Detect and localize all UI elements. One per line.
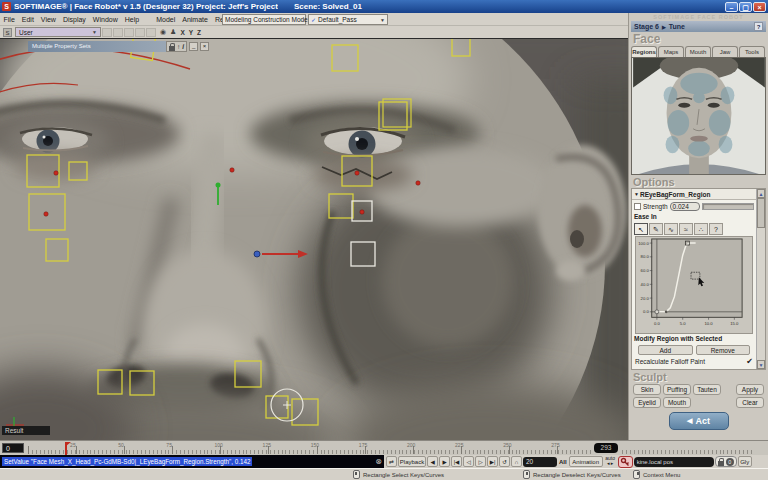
command-close-icon[interactable]: ⊗ — [375, 457, 382, 466]
lock-icon[interactable] — [169, 46, 175, 51]
curve-plot-area[interactable] — [652, 239, 742, 317]
strength-value-field[interactable]: 0.024 — [670, 202, 700, 211]
scroll-up-button[interactable]: ▲ — [757, 189, 765, 198]
minimize-button[interactable]: – — [725, 2, 738, 12]
first-frame-button[interactable]: |◀ — [451, 456, 462, 467]
key-point[interactable] — [360, 210, 364, 214]
ease-curve-editor[interactable]: 100.080.060.040.020.00.00.05.010.015.0 — [635, 236, 753, 334]
sculpt-eyelid-button[interactable]: Eyelid — [633, 397, 661, 408]
marked-parameter-field[interactable]: kine.local pos — [634, 457, 714, 467]
menu-file[interactable]: File — [0, 16, 18, 23]
tab-regions[interactable]: Regions — [631, 46, 657, 57]
profile-dropdown[interactable]: User ▼ — [15, 27, 101, 37]
toolbar-segment-button[interactable] — [124, 28, 134, 37]
next-key-button[interactable]: ▸ — [611, 460, 614, 466]
pin-icon[interactable]: ↑ — [177, 42, 180, 51]
all-label: All — [558, 459, 568, 465]
viewport-3d[interactable]: Multiple Property Sets ↑ i _ × Result — [0, 38, 628, 440]
axis-x-button[interactable]: X — [180, 29, 184, 36]
menu-window[interactable]: Window — [89, 16, 121, 23]
menu-edit[interactable]: Edit — [18, 16, 37, 23]
lock-icon[interactable] — [718, 461, 724, 466]
key-counter[interactable]: 0 — [726, 458, 734, 466]
construction-mode-dropdown[interactable]: Modeling Construction Mode ▼ — [222, 14, 306, 25]
render-pass-dropdown[interactable]: ✓ Default_Pass ▼ — [308, 14, 388, 25]
key-point[interactable] — [54, 171, 58, 175]
playback-menu-button[interactable]: Playback — [398, 456, 426, 467]
timeline-ruler[interactable]: 255075100125150175200225250275 — [28, 442, 592, 455]
tab-mouth[interactable]: Mouth — [685, 46, 711, 57]
recalculate-check-icon[interactable]: ✔ — [746, 357, 753, 367]
audio-button[interactable]: ∩ — [511, 456, 522, 467]
play-forward-button[interactable]: ▷ — [475, 456, 486, 467]
menu-view[interactable]: View — [37, 16, 59, 23]
maximize-button[interactable]: ▢ — [739, 2, 752, 12]
snap-keys-icon[interactable]: ∴ — [694, 223, 708, 235]
property-window-close-button[interactable]: × — [200, 42, 209, 51]
animation-menu-button[interactable]: Animation — [569, 456, 603, 467]
step-back-button[interactable]: ◀ — [427, 456, 438, 467]
manipulator-origin[interactable] — [254, 251, 260, 257]
strength-checkbox[interactable] — [634, 203, 641, 210]
apply-button[interactable]: Apply — [736, 384, 764, 395]
scroll-down-button[interactable]: ▼ — [757, 360, 765, 369]
tab-jaw[interactable]: Jaw — [712, 46, 738, 57]
axis-y-button[interactable]: Y — [189, 29, 193, 36]
menu-model[interactable]: Model — [153, 16, 179, 23]
prev-key-button[interactable]: ◂ — [607, 460, 610, 466]
property-window-minimize-button[interactable]: _ — [189, 42, 198, 51]
toolbar-segment-button[interactable] — [146, 28, 156, 37]
options-scrollbar[interactable]: ▲ ▼ — [756, 189, 765, 369]
start-frame-field[interactable]: 0 — [2, 443, 24, 453]
add-button[interactable]: Add — [638, 345, 693, 355]
help-button[interactable]: ? — [754, 22, 763, 31]
view-icon[interactable]: ◉ — [160, 28, 166, 36]
person-icon[interactable]: ♟ — [170, 28, 176, 36]
key-point[interactable] — [355, 171, 359, 175]
menu-animate[interactable]: Animate — [179, 16, 212, 23]
curve-key[interactable] — [655, 310, 659, 314]
curve-key[interactable] — [665, 310, 668, 313]
loop-mode-button[interactable]: ⇄ — [386, 456, 397, 467]
key-point[interactable] — [230, 168, 234, 172]
sculpt-puffing-button[interactable]: Puffing — [663, 384, 691, 395]
scroll-thumb[interactable] — [757, 198, 765, 228]
sculpt-skin-button[interactable]: Skin — [633, 384, 661, 395]
loop-toggle-button[interactable]: ↺ — [499, 456, 510, 467]
key-point[interactable] — [44, 212, 48, 216]
play-backward-button[interactable]: ◁ — [463, 456, 474, 467]
strength-slider[interactable] — [702, 203, 754, 210]
key-point[interactable] — [416, 181, 420, 185]
select-keys-icon[interactable]: ↖ — [634, 223, 648, 235]
close-button[interactable]: × — [753, 2, 766, 12]
toolbar-segment-button[interactable] — [135, 28, 145, 37]
gly-button[interactable]: Gly — [738, 456, 752, 467]
step-forward-button[interactable]: ▶ — [439, 456, 450, 467]
property-window-titlebar[interactable]: Multiple Property Sets ↑ i _ × — [28, 41, 209, 52]
end-frame-field[interactable]: 293 — [594, 443, 618, 453]
add-key-icon[interactable]: ✎ — [649, 223, 663, 235]
region-header[interactable]: ▼ REyeBagForm_Region — [632, 189, 756, 200]
set-key-button[interactable] — [618, 456, 633, 468]
draw-curve-icon[interactable]: ∿ — [664, 223, 678, 235]
clear-button[interactable]: Clear — [736, 397, 764, 408]
manipulator-y-handle[interactable] — [216, 183, 221, 188]
toolbar-segment-button[interactable] — [102, 28, 112, 37]
tab-maps[interactable]: Maps — [658, 46, 684, 57]
sculpt-mouth-button[interactable]: Mouth — [663, 397, 691, 408]
smooth-curve-icon[interactable]: ≈ — [679, 223, 693, 235]
playhead[interactable] — [65, 442, 67, 455]
menu-display[interactable]: Display — [59, 16, 89, 23]
toolbar-segment-button[interactable] — [113, 28, 123, 37]
info-icon[interactable]: i — [182, 42, 184, 51]
remove-button[interactable]: Remove — [696, 345, 751, 355]
face-regions-image[interactable] — [631, 57, 766, 175]
curve-help-icon[interactable]: ? — [709, 223, 723, 235]
act-button[interactable]: ◀ Act — [669, 412, 729, 430]
last-frame-button[interactable]: ▶| — [487, 456, 498, 467]
menu-help[interactable]: Help — [121, 16, 142, 23]
axis-z-button[interactable]: Z — [197, 29, 201, 36]
current-frame-field[interactable]: 20 — [523, 457, 557, 467]
sculpt-tauten-button[interactable]: Tauten — [693, 384, 721, 395]
tab-tools[interactable]: Tools — [739, 46, 765, 57]
